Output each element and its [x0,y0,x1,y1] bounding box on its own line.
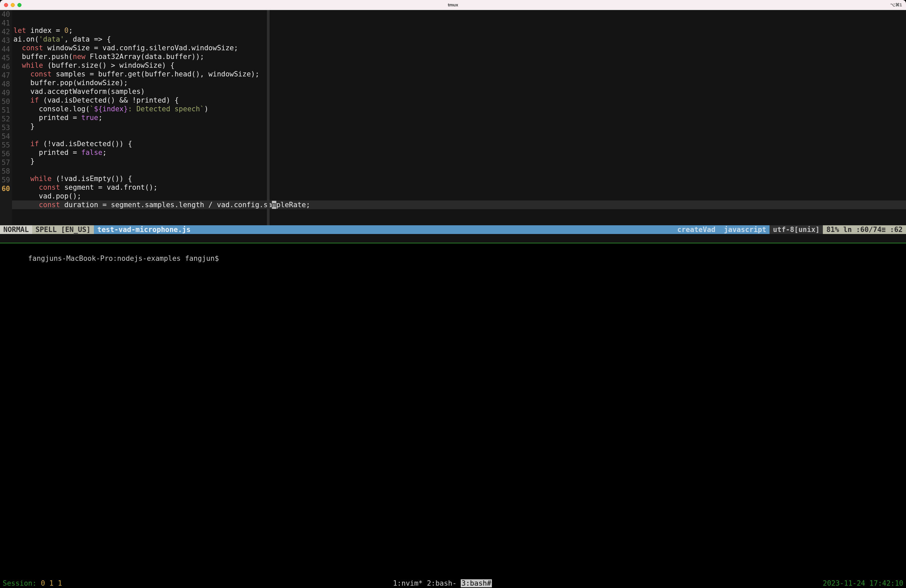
line-number: 45 [0,54,10,62]
tmux-window-tab[interactable]: 1:nvim* [393,579,423,587]
code-line[interactable]: vad.pop(); [12,192,906,201]
code-line[interactable]: vad.acceptWaveform(samples) [12,87,906,96]
statusline-filename: test-vad-microphone.js [94,225,674,234]
code-line[interactable]: } [12,157,906,166]
code-line[interactable]: let index = 0; [12,26,906,35]
statusline-position: 81% ln :60/74≡ :62 [823,225,906,234]
line-number: 52 [0,115,10,123]
line-number: 55 [0,141,10,150]
code-line[interactable]: if (!vad.isDetected()) { [12,139,906,148]
code-line[interactable]: const samples = buffer.get(buffer.head()… [12,70,906,78]
tmux-session-info: Session: 0 1 1 [3,578,62,588]
line-number: 46 [0,62,10,71]
statusline-function: createVad [677,226,716,234]
code-area[interactable]: let index = 0;ai.on('data', data => { co… [12,10,906,225]
code-line[interactable]: const windowSize = vad.config.sileroVad.… [12,44,906,52]
code-line[interactable]: buffer.pop(windowSize); [12,78,906,87]
line-number: 44 [0,45,10,54]
line-number: 54 [0,132,10,141]
line-number: 51 [0,106,10,115]
line-number: 50 [0,97,10,106]
line-number: 48 [0,80,10,89]
tmux-pane-shell[interactable]: fangjuns-MacBook-Pro:nodejs-examples fan… [0,243,906,578]
statusline-filename-text: test-vad-microphone.js [97,226,190,234]
statusline-spell: SPELL [EN_US] [32,225,94,234]
line-number: 57 [0,158,10,167]
shell-prompt: fangjuns-MacBook-Pro:nodejs-examples fan… [28,255,219,263]
code-line[interactable]: ai.on('data', data => { [12,35,906,44]
line-number: 53 [0,123,10,132]
line-number: 47 [0,71,10,80]
terminal-window: tmux ⌥⌘1 4041424344454647484950515253545… [0,0,906,588]
vim-statusline: NORMAL SPELL [EN_US] test-vad-microphone… [0,225,906,234]
code-line[interactable]: printed = true; [12,113,906,122]
code-line[interactable]: } [12,122,906,131]
tmux-window-tab[interactable]: 2:bash- [427,579,457,587]
line-number: 60 [0,184,10,193]
tmux-pane-editor[interactable]: 4041424344454647484950515253545556575859… [0,10,906,243]
code-line[interactable] [12,131,906,139]
line-number: 58 [0,167,10,176]
statusline-encoding: utf-8[unix] [770,225,823,234]
code-line[interactable]: if (vad.isDetected() && !printed) { [12,96,906,105]
terminal-body: 4041424344454647484950515253545556575859… [0,10,906,588]
code-line[interactable]: printed = false; [12,148,906,157]
statusline-filetype: javascript [724,226,766,234]
tmux-session-numbers: 0 1 1 [41,579,62,587]
code-line[interactable]: while (!vad.isEmpty()) { [12,174,906,183]
editor-view[interactable]: 4041424344454647484950515253545556575859… [0,10,906,225]
code-line[interactable] [12,166,906,174]
macos-titlebar: tmux ⌥⌘1 [0,0,906,10]
tmux-window-list[interactable]: 1:nvim* 2:bash- 3:bash# [62,578,823,588]
line-number-gutter: 4041424344454647484950515253545556575859… [0,10,12,225]
line-number: 43 [0,36,10,45]
vim-command-line[interactable] [0,234,906,243]
line-number: 49 [0,89,10,97]
line-number: 41 [0,19,10,27]
code-line[interactable]: const segment = vad.front(); [12,183,906,192]
code-line[interactable]: console.log(`${index}: Detected speech`) [12,105,906,113]
tmux-window-tab[interactable]: 3:bash# [461,579,492,587]
tmux-session-label: Session: [3,579,37,587]
code-line[interactable]: while (buffer.size() > windowSize) { [12,61,906,70]
line-number: 56 [0,150,10,158]
cursor: m [272,201,276,209]
code-line[interactable]: buffer.push(new Float32Array(data.buffer… [12,52,906,61]
tmux-status-bar: Session: 0 1 1 1:nvim* 2:bash- 3:bash# 2… [0,578,906,588]
line-number: 42 [0,27,10,36]
line-number: 40 [0,10,10,19]
tmux-clock: 2023-11-24 17:42:10 [823,578,903,588]
statusline-mode: NORMAL [0,225,32,234]
code-line[interactable]: const duration = segment.samples.length … [12,201,906,209]
line-number: 59 [0,176,10,184]
window-shortcut-hint: ⌥⌘1 [890,2,902,7]
vertical-split-bar[interactable] [267,10,270,225]
window-title: tmux [0,2,906,7]
statusline-context: createVad javascript [674,225,770,234]
